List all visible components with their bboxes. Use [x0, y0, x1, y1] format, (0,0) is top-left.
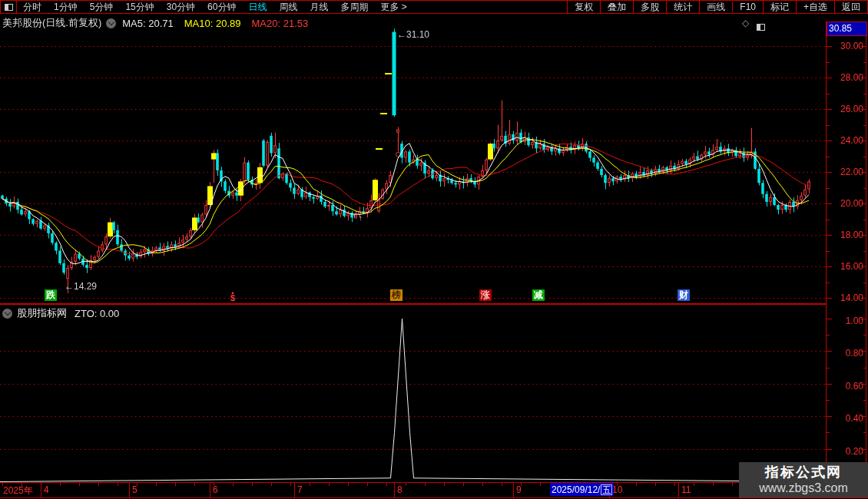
menu-item-period-0[interactable]: 分时: [17, 1, 48, 14]
indicator-value: ZTO: 0.00: [75, 308, 119, 319]
highlighted-date-text: 2025/09/12/: [552, 484, 600, 496]
price-label: 24.00: [828, 135, 863, 146]
signal-up-arrow: ↑: [359, 215, 363, 222]
indicator-header: 股朋指标网 ZTO: 0.00: [2, 306, 119, 320]
month-label: 11: [681, 484, 691, 495]
month-label: 5: [132, 484, 137, 495]
menu-item-period-2[interactable]: 5分钟: [84, 1, 120, 14]
menu-item-period-4[interactable]: 30分钟: [161, 1, 201, 14]
menu-item-period-1[interactable]: 1分钟: [48, 1, 84, 14]
indicator-axis-label: 0.40: [828, 413, 863, 424]
menu-item-period-10[interactable]: 更多 >: [374, 1, 412, 14]
period-menu: 分时1分钟5分钟15分钟30分钟60分钟日线周线月线多周期更多 >: [17, 1, 413, 13]
marker-badge: 减: [532, 289, 545, 301]
month-label: 8: [397, 484, 403, 495]
marker-badge: 财: [678, 289, 690, 301]
window-split-icon: [5, 4, 13, 11]
price-label: 16.00: [828, 261, 863, 272]
menu-item-period-6[interactable]: 日线: [242, 1, 273, 14]
indicator-axis-label: 0.20: [828, 446, 863, 457]
watermark-title: 指标公式网: [765, 464, 842, 481]
tools-menu: 复权叠加多股统计画线F10标记+自选返回: [567, 1, 867, 13]
highlighted-weekday: 五: [601, 484, 612, 495]
month-label: 6: [213, 484, 218, 495]
month-label: 4: [44, 484, 49, 495]
panel-split-icon[interactable]: [757, 24, 765, 31]
chart-title-bar: 美邦股份(日线.前复权) MA5: 20.71 MA10: 20.89 MA20…: [2, 16, 308, 30]
month-label: 7: [297, 484, 303, 495]
menu-item-tool-6[interactable]: 标记: [763, 1, 796, 14]
current-price-badge: 30.85: [827, 21, 867, 36]
window-split-button[interactable]: [1, 1, 17, 13]
year-label: 2025年: [3, 484, 33, 497]
menu-item-period-3[interactable]: 15分钟: [119, 1, 160, 14]
stock-title: 美邦股份(日线.前复权): [2, 16, 101, 30]
menu-item-tool-8[interactable]: 返回: [834, 1, 867, 14]
price-label: 20.00: [828, 198, 863, 209]
price-label: 30.00: [828, 41, 863, 51]
price-label: 22.00: [828, 167, 863, 177]
menu-item-tool-4[interactable]: 画线: [699, 1, 732, 14]
menu-item-tool-3[interactable]: 统计: [666, 1, 699, 14]
menu-item-tool-7[interactable]: +自选: [796, 1, 834, 14]
highlighted-date: 2025/09/12/ 五: [550, 483, 614, 496]
period-menu-bar: 分时1分钟5分钟15分钟30分钟60分钟日线周线月线多周期更多 > 复权叠加多股…: [0, 0, 868, 14]
ma10-value: MA10: 20.89: [184, 18, 241, 29]
month-label: 9: [516, 484, 522, 495]
marker-badge: 跌: [45, 289, 57, 301]
indicator-name: 股朋指标网: [17, 306, 67, 320]
menu-item-tool-0[interactable]: 复权: [567, 1, 600, 14]
marker-badge: 榜: [390, 289, 403, 301]
diamond-icon[interactable]: ◇: [742, 18, 749, 28]
ma20-value: MA20: 21.53: [252, 18, 309, 29]
indicator-axis-label: 0.60: [828, 381, 863, 392]
signal-up-arrow: ↑: [353, 213, 356, 220]
indicator-axis-label: 1.00: [828, 316, 863, 326]
watermark-url: www.zbgs3.com: [759, 481, 848, 495]
price-label: 26.00: [828, 104, 863, 114]
price-label: 28.00: [828, 72, 863, 83]
menu-item-period-7[interactable]: 周线: [273, 1, 303, 14]
low-annotation: ←14.29: [65, 281, 97, 292]
main-chart-canvas[interactable]: [0, 0, 868, 499]
price-label: 18.00: [828, 230, 863, 240]
menu-item-period-5[interactable]: 60分钟: [201, 1, 242, 14]
chevron-down-icon[interactable]: [106, 18, 116, 28]
menu-item-period-9[interactable]: 多周期: [334, 1, 374, 14]
marker-badge: 涨: [479, 289, 492, 301]
indicator-axis-label: 0.80: [828, 348, 863, 359]
menu-item-tool-1[interactable]: 叠加: [600, 1, 633, 14]
dollar-text: $: [230, 294, 235, 302]
dollar-marker: ▲$: [230, 291, 235, 302]
chevron-down-icon[interactable]: [2, 309, 12, 319]
price-label: 14.00: [828, 292, 863, 303]
ma5-value: MA5: 20.71: [122, 18, 174, 29]
menu-item-tool-2[interactable]: 多股: [633, 1, 666, 14]
watermark: 指标公式网 www.zbgs3.com: [739, 462, 868, 497]
trading-app-window: 分时1分钟5分钟15分钟30分钟60分钟日线周线月线多周期更多 > 复权叠加多股…: [0, 0, 868, 499]
menu-item-tool-5[interactable]: F10: [732, 2, 763, 12]
high-annotation: ←31.10: [397, 29, 429, 40]
menu-item-period-8[interactable]: 月线: [303, 1, 334, 14]
